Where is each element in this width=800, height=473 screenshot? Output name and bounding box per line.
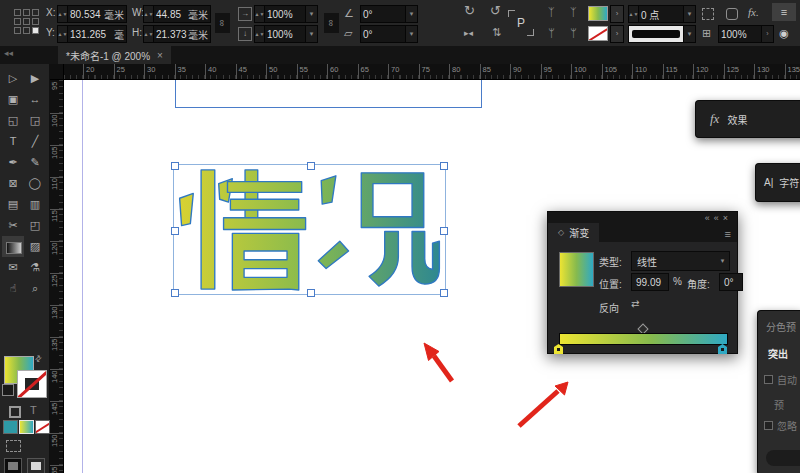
select-content-icon[interactable]: ᛘ	[548, 26, 555, 40]
gradient-panel-tab[interactable]: ◇ 渐变	[548, 223, 599, 242]
tool-button[interactable]: T	[2, 131, 24, 152]
tool-button[interactable]: ⊠	[2, 173, 24, 194]
tool-button[interactable]: ▶	[24, 68, 46, 89]
h-field[interactable]: ▲▼ 21.373 毫米	[143, 25, 211, 43]
tool-button[interactable]: ▷	[2, 68, 24, 89]
apply-none-button[interactable]	[35, 420, 50, 434]
opacity-field[interactable]: 100% ›	[718, 25, 774, 43]
tool-button[interactable]: ▣	[2, 89, 24, 110]
tool-button[interactable]	[2, 236, 24, 257]
gradient-ramp[interactable]	[559, 333, 728, 345]
formatting-affects-text-icon[interactable]: T	[30, 404, 37, 416]
collapse-panel-icon[interactable]: ««	[705, 213, 723, 223]
stepper-icon[interactable]: ▲▼	[255, 26, 265, 42]
gradient-stop-end[interactable]	[718, 344, 727, 354]
gradient-text-artwork[interactable]	[176, 167, 443, 292]
constrain-scale-chain-icon[interactable]: ∞	[324, 13, 339, 33]
rotate-cw-button[interactable]: ↻	[464, 4, 475, 18]
tool-button[interactable]: ▥	[24, 194, 46, 215]
stroke-style-dropdown[interactable]: ▾	[628, 25, 696, 43]
reference-point-proxy[interactable]	[14, 9, 41, 36]
fill-swatch[interactable]	[588, 6, 608, 21]
tool-button[interactable]: ⌕	[24, 278, 46, 299]
character-panel-button[interactable]: A| 字符	[755, 163, 800, 202]
vertical-ruler[interactable]: 95100105110115120125130135140145150155	[50, 80, 64, 473]
margin-guide-line[interactable]	[82, 80, 83, 473]
stepper-icon[interactable]: ▲▼	[58, 26, 68, 42]
stepper-icon[interactable]: ▲▼	[58, 6, 68, 22]
dropdown-caret-icon[interactable]: ▾	[405, 6, 417, 22]
tool-button[interactable]: ◯	[24, 173, 46, 194]
checkbox[interactable]	[764, 421, 773, 430]
frame-edges-icon[interactable]	[6, 440, 21, 452]
ruler-origin-corner[interactable]	[50, 64, 64, 80]
close-panel-icon[interactable]: ×	[723, 213, 732, 223]
corner-shape-icon[interactable]	[726, 8, 738, 20]
y-field[interactable]: ▲▼ 131.265 毫	[57, 25, 127, 43]
reverse-gradient-icon[interactable]: ⇄	[631, 298, 639, 309]
empty-text-frame[interactable]	[175, 80, 482, 108]
swap-fill-stroke-icon[interactable]: ⇄	[33, 353, 44, 364]
checkbox[interactable]	[764, 375, 773, 384]
tool-button[interactable]: ✉	[2, 257, 24, 278]
shear-angle-field[interactable]: 0° ▾	[360, 25, 418, 43]
scale-x-field[interactable]: ▲▼ 100% ▾	[254, 5, 318, 23]
default-fill-stroke-icon[interactable]	[2, 384, 14, 396]
flip-horizontal-button[interactable]: ▸◂	[464, 26, 473, 40]
apply-color-button[interactable]	[3, 420, 18, 434]
gradient-stop-start[interactable]	[554, 344, 563, 354]
corner-options-icon[interactable]	[702, 8, 714, 20]
tool-button[interactable]: ╱	[24, 131, 46, 152]
tool-button[interactable]: ◰	[24, 215, 46, 236]
control-panel-menu-button[interactable]: ≡	[772, 3, 796, 21]
formatting-affects-container-icon[interactable]	[9, 406, 21, 418]
normal-view-button[interactable]	[4, 458, 22, 473]
reference-point-p-icon[interactable]: P	[508, 10, 534, 36]
close-tab-icon[interactable]: ×	[157, 50, 163, 61]
flip-vertical-button[interactable]: ⇅	[492, 25, 501, 39]
stepper-icon[interactable]: ▲▼	[144, 6, 154, 22]
gradient-type-dropdown[interactable]: 线性 ▾	[631, 251, 730, 271]
stepper-icon[interactable]: ▲▼	[144, 26, 154, 42]
tool-button[interactable]: ⚗	[24, 257, 46, 278]
tab-scroll-left-icon[interactable]: ◂◂	[4, 48, 13, 58]
effects-panel-button[interactable]: fx 效果	[695, 100, 800, 138]
constrain-dimensions-chain-icon[interactable]: ∞	[215, 13, 230, 33]
rotation-angle-field[interactable]: 0° ▾	[360, 5, 418, 23]
tool-button[interactable]: ↔	[24, 89, 46, 110]
dropdown-caret-icon[interactable]: ▾	[305, 6, 317, 22]
tool-button[interactable]: ▤	[2, 194, 24, 215]
document-tab[interactable]: *未命名-1 @ 200% ×	[58, 46, 171, 64]
stroke-swatch[interactable]	[588, 26, 608, 41]
scale-y-field[interactable]: ▲▼ 100% ▾	[254, 25, 318, 43]
dropdown-caret-icon[interactable]: ▾	[683, 26, 695, 42]
select-container-icon[interactable]: ᛉ	[548, 5, 555, 19]
panel-menu-icon[interactable]: ≡	[725, 228, 731, 240]
rotate-ccw-button[interactable]: ↺	[490, 4, 501, 18]
w-field[interactable]: ▲▼ 44.85 毫米	[143, 5, 211, 23]
position-field[interactable]: 99.09	[631, 273, 669, 291]
tool-button[interactable]: ◲	[24, 110, 46, 131]
gradient-thumbnail-swatch[interactable]	[559, 252, 594, 287]
angle-field[interactable]: 0°	[719, 273, 743, 291]
stepper-icon[interactable]: ▲▼	[629, 6, 639, 22]
fill-more-button[interactable]: ›	[610, 5, 624, 23]
stroke-proxy-swatch[interactable]	[17, 370, 47, 398]
horizontal-ruler[interactable]: 2025303540455055606570758085909510010511…	[64, 64, 800, 80]
x-field[interactable]: ▲▼ 80.534 毫米	[57, 5, 127, 23]
stroke-weight-field[interactable]: ▲▼ 0 点 ▾	[628, 5, 696, 23]
tool-button[interactable]: ▨	[24, 236, 46, 257]
tool-button[interactable]: ✒	[2, 152, 24, 173]
select-previous-icon[interactable]: ᛉ	[570, 5, 577, 19]
select-next-icon[interactable]: ᛘ	[570, 26, 577, 40]
tool-button[interactable]: ☝	[2, 278, 24, 299]
screen-mode-button[interactable]: ◉	[772, 24, 796, 42]
tool-button[interactable]: ◱	[2, 110, 24, 131]
apply-gradient-button[interactable]	[19, 420, 34, 434]
dropdown-caret-icon[interactable]: ▾	[405, 26, 417, 42]
tool-button[interactable]: ✎	[24, 152, 46, 173]
panel-button[interactable]	[766, 450, 800, 466]
dropdown-caret-icon[interactable]: ▾	[683, 6, 695, 22]
dropdown-caret-icon[interactable]: ▾	[305, 26, 317, 42]
preview-view-button[interactable]	[27, 458, 45, 473]
